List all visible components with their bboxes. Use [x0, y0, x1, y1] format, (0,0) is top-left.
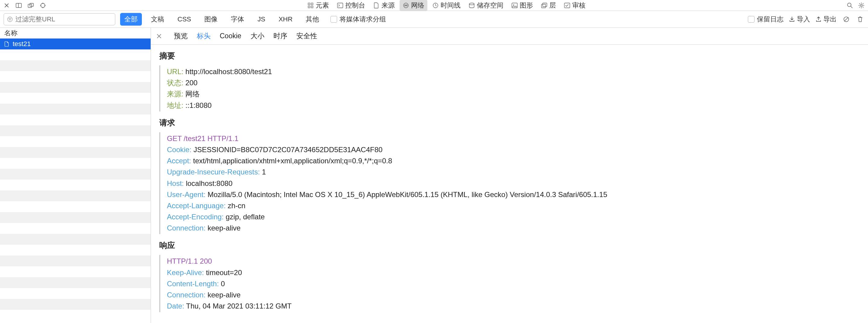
- header-line: 地址: ::1:8080: [167, 100, 860, 111]
- header-value: 网络: [184, 90, 200, 98]
- tab-layers[interactable]: 层: [538, 0, 559, 11]
- import-button[interactable]: 导入: [789, 15, 810, 24]
- gear-icon[interactable]: [857, 1, 866, 10]
- preserve-log-checkbox[interactable]: 保留日志: [748, 15, 783, 24]
- header-line: Upgrade-Insecure-Requests: 1: [167, 166, 860, 177]
- filter-doc[interactable]: 文稿: [147, 13, 168, 26]
- export-label: 导出: [823, 15, 837, 24]
- request-row-empty: [0, 245, 151, 255]
- tab-timeline[interactable]: 时间线: [429, 0, 464, 11]
- close-detail-icon[interactable]: [155, 32, 163, 40]
- storage-icon: [468, 2, 475, 9]
- header-value: text/html,application/xhtml+xml,applicat…: [191, 157, 392, 165]
- clear-icon[interactable]: [856, 15, 864, 24]
- network-main: 名称 test21 预览 标头 Cookie 大小 时序 安全性 摘要 URL:…: [0, 28, 868, 323]
- request-row[interactable]: test21: [0, 39, 151, 49]
- close-icon[interactable]: [2, 1, 11, 10]
- detail-tab-size[interactable]: 大小: [250, 31, 265, 41]
- request-row-empty: [0, 255, 151, 266]
- tab-elements[interactable]: 元素: [304, 0, 332, 11]
- request-row-empty: [0, 60, 151, 71]
- svg-rect-20: [541, 4, 546, 8]
- response-block: HTTP/1.1 200Keep-Alive: timeout=20Conten…: [159, 255, 860, 312]
- header-key: URL:: [167, 68, 184, 76]
- tab-sources[interactable]: 来源: [370, 0, 398, 11]
- request-detail-panel: 预览 标头 Cookie 大小 时序 安全性 摘要 URL: http://lo…: [151, 28, 868, 323]
- header-key: Keep-Alive:: [167, 268, 204, 277]
- header-line: Connection: keep-alive: [167, 289, 860, 300]
- header-line: Host: localhost:8080: [167, 178, 860, 189]
- request-row-empty: [0, 299, 151, 310]
- request-row-empty: [0, 212, 151, 223]
- tab-label: 储存空间: [477, 1, 503, 10]
- inspect-element-icon[interactable]: [39, 1, 47, 10]
- tab-network[interactable]: 网络: [400, 0, 427, 11]
- filter-other[interactable]: 其他: [302, 13, 323, 26]
- request-row-empty: [0, 93, 151, 104]
- filter-css[interactable]: CSS: [173, 13, 195, 25]
- popout-window-icon[interactable]: [27, 1, 35, 10]
- export-button[interactable]: 导出: [815, 15, 837, 24]
- header-value: localhost:8080: [184, 179, 232, 187]
- url-filter-input[interactable]: [16, 15, 112, 23]
- svg-rect-10: [311, 3, 313, 5]
- header-value: Mozilla/5.0 (Macintosh; Intel Mac OS X 1…: [206, 190, 607, 199]
- column-header-name[interactable]: 名称: [0, 28, 151, 39]
- detail-tabs: 预览 标头 Cookie 大小 时序 安全性: [151, 28, 868, 45]
- request-row-empty: [0, 114, 151, 125]
- tab-label: 时间线: [441, 1, 461, 10]
- header-key: Cookie:: [167, 146, 191, 154]
- tab-graphics[interactable]: 图形: [508, 0, 536, 11]
- summary-block: URL: http://localhost:8080/test21状态: 200…: [159, 65, 860, 111]
- svg-point-16: [469, 3, 474, 5]
- group-media-checkbox[interactable]: 将媒体请求分组: [331, 15, 386, 24]
- detail-tab-timing[interactable]: 时序: [273, 31, 287, 41]
- header-line: User-Agent: Mozilla/5.0 (Macintosh; Inte…: [167, 189, 860, 200]
- detail-tab-security[interactable]: 安全性: [297, 31, 317, 41]
- header-value: http://localhost:8080/test21: [184, 68, 272, 76]
- filter-js[interactable]: JS: [253, 13, 270, 25]
- header-line: Content-Length: 0: [167, 278, 860, 289]
- section-title-summary: 摘要: [159, 50, 860, 61]
- svg-rect-9: [308, 3, 310, 5]
- search-icon[interactable]: [846, 1, 854, 10]
- detail-tab-preview[interactable]: 预览: [174, 31, 188, 41]
- request-row-empty: [0, 82, 151, 93]
- request-block: GET /test21 HTTP/1.1Cookie: JSESSIONID=B…: [159, 132, 860, 235]
- header-key: 来源:: [167, 90, 184, 98]
- request-row-empty: [0, 180, 151, 190]
- tab-label: 审核: [572, 1, 586, 10]
- filter-all[interactable]: 全部: [120, 13, 142, 26]
- request-row-empty: [0, 169, 151, 180]
- filter-image[interactable]: 图像: [200, 13, 222, 26]
- header-line: Cookie: JSESSIONID=B8C07D7C2C07A734652DD…: [167, 144, 860, 155]
- header-value: 1: [260, 168, 266, 176]
- sources-icon: [373, 2, 380, 9]
- dock-side-icon[interactable]: [14, 1, 23, 10]
- detail-tab-cookie[interactable]: Cookie: [220, 32, 242, 40]
- header-key: Date:: [167, 302, 184, 310]
- disable-cache-icon[interactable]: [842, 15, 850, 24]
- header-value: timeout=20: [204, 268, 242, 277]
- header-line: Accept: text/html,application/xhtml+xml,…: [167, 155, 860, 166]
- detail-tab-headers[interactable]: 标头: [197, 31, 211, 41]
- tab-storage[interactable]: 储存空间: [465, 0, 506, 11]
- tab-console[interactable]: 控制台: [334, 0, 368, 11]
- request-row-empty: [0, 147, 151, 158]
- header-key: User-Agent:: [167, 190, 206, 199]
- svg-point-24: [861, 4, 862, 6]
- url-filter-field[interactable]: [4, 13, 115, 25]
- request-row-empty: [0, 288, 151, 299]
- request-row-empty: [0, 136, 151, 147]
- filter-font[interactable]: 字体: [227, 13, 248, 26]
- devtools-tabs: 元素 控制台 来源 网络 时间线 储存空间 图形 层: [50, 0, 843, 11]
- header-key: Upgrade-Insecure-Requests:: [167, 168, 260, 176]
- svg-rect-13: [337, 3, 343, 8]
- tab-audit[interactable]: 审核: [561, 0, 589, 11]
- filter-xhr[interactable]: XHR: [274, 13, 297, 25]
- header-key: Content-Length:: [167, 280, 219, 288]
- request-row-empty: [0, 158, 151, 169]
- header-value: keep-alive: [206, 224, 241, 232]
- header-line: Keep-Alive: timeout=20: [167, 267, 860, 278]
- header-value: gzip, deflate: [224, 213, 265, 221]
